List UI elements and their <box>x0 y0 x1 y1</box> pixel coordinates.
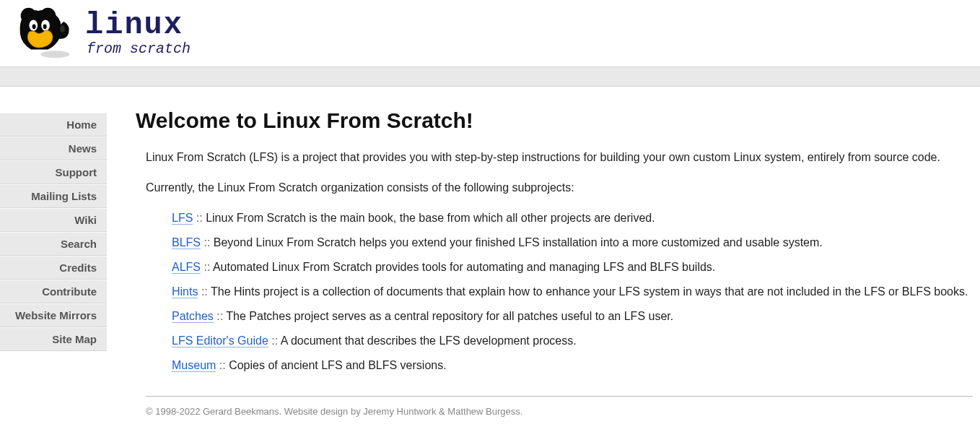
project-desc: Beyond Linux From Scratch helps you exte… <box>214 236 823 249</box>
svg-point-6 <box>43 24 47 29</box>
footer-copyright: © 1998-2022 Gerard Beekmans. Website des… <box>146 406 363 417</box>
footer-link-designer2[interactable]: Matthew Burgess <box>447 406 520 417</box>
footer-divider <box>146 396 973 397</box>
nav-item-home[interactable]: Home <box>0 113 107 137</box>
footer-text: © 1998-2022 Gerard Beekmans. Website des… <box>146 406 973 417</box>
separator: :: <box>201 236 214 249</box>
logo-title: linux <box>85 10 191 40</box>
list-item: ALFS :: Automated Linux From Scratch pro… <box>172 259 973 276</box>
intro-paragraph-2: Currently, the Linux From Scratch organi… <box>146 179 973 196</box>
top-bar-strip <box>0 66 980 87</box>
project-desc: The Hints project is a collection of doc… <box>211 285 968 298</box>
separator: :: <box>216 359 229 371</box>
subproject-list: LFS :: Linux From Scratch is the main bo… <box>172 209 973 374</box>
list-item: LFS :: Linux From Scratch is the main bo… <box>172 209 973 227</box>
project-link-patches[interactable]: Patches <box>172 310 214 323</box>
nav-item-news[interactable]: News <box>0 137 107 160</box>
nav-item-contribute[interactable]: Contribute <box>0 280 107 303</box>
footer-amp: & <box>436 406 447 417</box>
nav-item-wiki[interactable]: Wiki <box>0 208 107 232</box>
svg-point-5 <box>32 24 36 29</box>
site-header: linux from scratch <box>0 0 980 66</box>
project-link-hints[interactable]: Hints <box>172 285 198 298</box>
nav-item-search[interactable]: Search <box>0 232 107 256</box>
page-title: Welcome to Linux From Scratch! <box>136 108 973 133</box>
site-logo-text: linux from scratch <box>85 10 191 56</box>
list-item: Patches :: The Patches project serves as… <box>172 308 973 325</box>
project-link-blfs[interactable]: BLFS <box>172 236 201 249</box>
tux-logo-icon <box>12 7 72 59</box>
separator: :: <box>201 261 213 273</box>
sidebar-nav: Home News Support Mailing Lists Wiki Sea… <box>0 113 107 351</box>
footer-link-designer1[interactable]: Jeremy Huntwork <box>363 406 436 417</box>
list-item: LFS Editor's Guide :: A document that de… <box>172 332 973 350</box>
project-link-alfs[interactable]: ALFS <box>172 261 201 274</box>
separator: :: <box>193 212 206 224</box>
nav-item-mailing-lists[interactable]: Mailing Lists <box>0 184 107 208</box>
intro-paragraph-1: Linux From Scratch (LFS) is a project th… <box>146 149 973 166</box>
project-desc: Copies of ancient LFS and BLFS versions. <box>229 359 447 371</box>
separator: :: <box>198 285 211 298</box>
nav-item-website-mirrors[interactable]: Website Mirrors <box>0 303 107 327</box>
separator: :: <box>214 310 227 322</box>
svg-point-7 <box>60 25 65 33</box>
project-link-lfs[interactable]: LFS <box>172 212 193 225</box>
nav-item-credits[interactable]: Credits <box>0 256 107 280</box>
main-content: Welcome to Linux From Scratch! Linux Fro… <box>107 87 980 432</box>
footer-suffix: . <box>520 406 523 417</box>
logo-subtitle: from scratch <box>87 42 191 56</box>
list-item: BLFS :: Beyond Linux From Scratch helps … <box>172 234 973 251</box>
list-item: Hints :: The Hints project is a collecti… <box>172 283 973 301</box>
project-desc: The Patches project serves as a central … <box>226 310 673 322</box>
nav-item-site-map[interactable]: Site Map <box>0 327 107 351</box>
project-desc: Linux From Scratch is the main book, the… <box>206 212 655 224</box>
list-item: Museum :: Copies of ancient LFS and BLFS… <box>172 357 973 374</box>
svg-point-0 <box>40 51 69 58</box>
project-link-editors-guide[interactable]: LFS Editor's Guide <box>172 334 268 347</box>
project-desc: A document that describes the LFS develo… <box>281 334 577 347</box>
project-desc: Automated Linux From Scratch provides to… <box>213 261 715 273</box>
separator: :: <box>268 334 281 347</box>
nav-item-support[interactable]: Support <box>0 160 107 184</box>
project-link-museum[interactable]: Museum <box>172 359 216 372</box>
